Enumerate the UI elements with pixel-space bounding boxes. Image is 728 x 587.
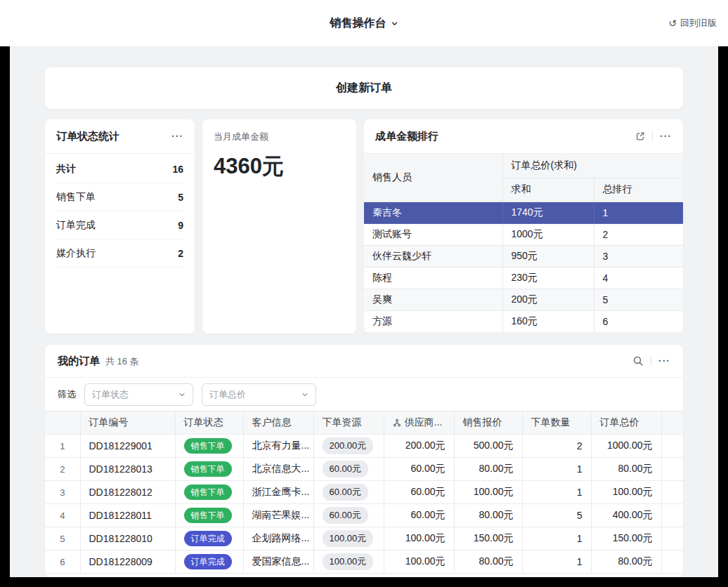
- create-order-button[interactable]: 创建新订单: [45, 67, 683, 109]
- create-order-label: 创建新订单: [336, 81, 392, 95]
- row-number-cell: 4: [45, 504, 80, 527]
- status-row-total: 共计 16: [56, 155, 183, 183]
- resource-cell: 60.00元: [313, 504, 384, 527]
- status-cell: 销售下单: [175, 481, 243, 504]
- more-menu-icon[interactable]: ···: [660, 131, 672, 141]
- qty-cell: 1: [522, 550, 591, 574]
- row-number-cell: 2: [45, 458, 80, 481]
- order-row[interactable]: 6 DD181228009 订单完成 爱国家信息... 100.00元 100.…: [45, 550, 683, 574]
- salesperson-cell: 伙伴云魏少轩: [364, 245, 502, 267]
- resource-cell: 100.00元: [313, 550, 384, 574]
- salesperson-cell: 秦吉冬: [364, 202, 502, 223]
- ranking-row[interactable]: 伙伴云魏少轩 950元 3: [364, 245, 683, 267]
- status-badge: 订单完成: [184, 531, 232, 546]
- rank-cell: 4: [594, 267, 683, 289]
- ranking-row[interactable]: 吴爽 200元 5: [364, 289, 683, 310]
- resource-tag: 60.00元: [323, 461, 369, 477]
- supplier-cell: 100.00元: [384, 527, 454, 550]
- sum-cell: 1000元: [502, 223, 594, 245]
- status-rows: 共计 16 销售下单 5 订单完成 9 媒介执行 2: [45, 154, 195, 268]
- order-row[interactable]: 2 DD181228013 销售下单 北京信息大... 60.00元 60.00…: [45, 458, 683, 481]
- supplier-cell: 60.00元: [384, 481, 454, 504]
- order-row[interactable]: 1 DD181229001 销售下单 北京有力量... 200.00元 200.…: [45, 435, 683, 458]
- amount-ranking-card: 成单金额排行 ··· 销售人员: [364, 119, 683, 334]
- sum-cell: 160元: [502, 310, 594, 332]
- order-no-cell: DD181228009: [80, 550, 175, 574]
- col-header-order-total-group: 订单总价(求和): [502, 154, 683, 178]
- status-label: 销售下单: [56, 191, 96, 204]
- back-to-old-version-link[interactable]: ↺ 回到旧版: [668, 0, 717, 46]
- order-row[interactable]: 3 DD181228012 销售下单 浙江金鹰卡... 60.00元 60.00…: [45, 481, 683, 504]
- salesperson-cell: 陈程: [364, 267, 502, 289]
- salesperson-cell: 测试账号: [364, 223, 502, 245]
- order-no-cell: DD181228010: [80, 527, 175, 550]
- ranking-row[interactable]: 秦吉冬 1740元 1: [364, 202, 683, 223]
- customer-cell: 湖南芒果娱...: [243, 504, 313, 527]
- orders-header-row: 订单编号 订单状态 客户信息 下单资源 供应商... 销售报价: [45, 411, 683, 435]
- row-number-cell: 3: [45, 481, 80, 504]
- spacer-cell: [661, 435, 683, 458]
- order-total-filter-placeholder: 订单总价: [209, 388, 246, 401]
- resource-tag: 100.00元: [323, 553, 374, 570]
- supplier-cell: 200.00元: [384, 435, 454, 458]
- status-badge: 销售下单: [184, 461, 232, 477]
- resource-cell: 100.00元: [313, 527, 384, 550]
- order-status-filter-select[interactable]: 订单状态: [84, 383, 193, 406]
- quote-cell: 150.00元: [454, 527, 522, 550]
- supplier-cell: 60.00元: [384, 504, 454, 527]
- my-orders-title: 我的订单: [58, 355, 100, 368]
- col-header-order-no: 订单编号: [80, 411, 175, 435]
- total-cell: 80.00元: [591, 458, 661, 481]
- order-total-filter-select[interactable]: 订单总价: [202, 383, 316, 406]
- customer-cell: 爱国家信息...: [243, 550, 313, 574]
- supplier-cell: 60.00元: [384, 458, 454, 481]
- page-title: 销售操作台: [330, 16, 386, 31]
- search-icon[interactable]: [632, 355, 644, 367]
- status-label: 共计: [56, 163, 76, 176]
- qty-cell: 1: [522, 527, 591, 550]
- customer-cell: 浙江金鹰卡...: [243, 481, 313, 504]
- status-row: 订单完成 9: [56, 211, 183, 239]
- total-cell: 80.00元: [591, 550, 661, 574]
- resource-tag: 200.00元: [323, 437, 374, 454]
- divider: [651, 356, 651, 366]
- col-header-quote: 销售报价: [454, 411, 522, 435]
- qty-cell: 1: [522, 458, 591, 481]
- my-orders-card: 我的订单 共 16 条 ··· 筛选 订单状态 订单总价: [45, 345, 683, 577]
- order-status-filter-placeholder: 订单状态: [92, 388, 129, 401]
- order-row[interactable]: 4 DD181228011 销售下单 湖南芒果娱... 60.00元 60.00…: [45, 504, 683, 527]
- ranking-row[interactable]: 方源 160元 6: [364, 310, 683, 332]
- status-value: 2: [178, 248, 183, 259]
- total-cell: 150.00元: [591, 527, 661, 550]
- status-value: 5: [178, 192, 183, 203]
- resource-tag: 60.00元: [323, 484, 369, 501]
- total-cell: 1000.00元: [591, 435, 661, 458]
- order-no-cell: DD181228013: [80, 458, 175, 481]
- ranking-row[interactable]: 陈程 230元 4: [364, 267, 683, 289]
- col-header-customer: 客户信息: [243, 411, 313, 435]
- open-in-new-icon[interactable]: [635, 131, 645, 141]
- sum-cell: 1740元: [502, 202, 594, 223]
- order-row[interactable]: 5 DD181228010 订单完成 企划路网络... 100.00元 100.…: [45, 527, 683, 550]
- status-badge: 销售下单: [184, 484, 232, 500]
- lookup-icon: [393, 418, 401, 427]
- rank-cell: 2: [594, 223, 683, 245]
- more-menu-icon[interactable]: ···: [171, 131, 183, 141]
- more-menu-icon[interactable]: ···: [658, 356, 670, 366]
- status-badge: 订单完成: [184, 554, 232, 569]
- resource-tag: 60.00元: [323, 507, 369, 524]
- col-header-sum: 求和: [502, 178, 594, 202]
- my-orders-count: 共 16 条: [105, 355, 139, 368]
- col-header-qty: 下单数量: [522, 411, 591, 435]
- my-orders-header: 我的订单 共 16 条 ···: [45, 345, 683, 378]
- spacer-cell: [661, 504, 683, 527]
- top-bar: 销售操作台 ↺ 回到旧版: [0, 0, 728, 46]
- rank-cell: 1: [594, 202, 683, 223]
- ranking-row[interactable]: 测试账号 1000元 2: [364, 223, 683, 245]
- col-header-spacer: [661, 411, 683, 435]
- col-header-total: 订单总价: [591, 411, 661, 435]
- workspace-switcher[interactable]: 销售操作台: [330, 16, 398, 31]
- ranking-table: 销售人员 订单总价(求和) 求和 总排行 秦吉冬 1740元 1: [364, 154, 683, 333]
- status-cell: 订单完成: [175, 550, 243, 574]
- col-header-salesperson: 销售人员: [364, 154, 502, 202]
